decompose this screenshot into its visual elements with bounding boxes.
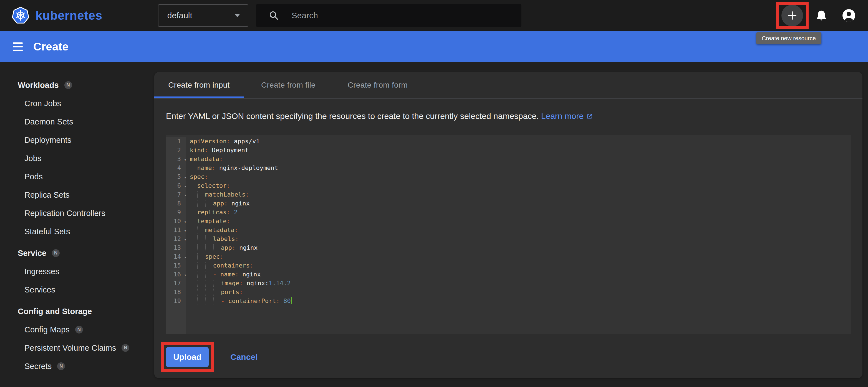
namespace-selector[interactable]: default [158,4,248,27]
search-bar[interactable] [256,4,521,27]
code-line[interactable]: 13 app: nginx [166,243,851,252]
sidebar-section-label: Workloads [18,81,59,90]
code-line[interactable]: 15 containers: [166,261,851,270]
fold-chevron-down-icon[interactable]: ▾ [184,155,186,164]
fold-chevron-down-icon[interactable]: ▾ [184,235,186,244]
sidebar-item-daemon-sets[interactable]: Daemon Sets [18,112,154,131]
sidebar-item-label: Deployments [24,136,71,145]
line-number: 9 [166,208,186,217]
sidebar-section: WorkloadsNCron JobsDaemon SetsDeployment… [18,76,154,241]
create-new-resource-button[interactable] [781,5,803,26]
code-line[interactable]: 16▾ - name: nginx [166,270,851,279]
fold-chevron-down-icon[interactable]: ▾ [184,191,186,200]
namespace-badge: N [64,81,72,89]
namespace-badge: N [75,326,83,333]
code-line[interactable]: 2kind: Deployment [166,146,851,155]
sidebar-section-header: ServiceN [18,244,154,262]
kubernetes-dashboard: kubernetes default [0,0,868,387]
sidebar-item-label: Jobs [24,154,41,163]
upload-button[interactable]: Upload [166,347,209,367]
namespace-badge: N [52,249,60,257]
sidebar-item-label: Cron Jobs [24,99,61,108]
sidebar-item-label: Persistent Volume Claims [24,344,116,353]
sidebar-item-persistent-volume-claims[interactable]: Persistent Volume ClaimsN [18,339,154,357]
notifications-button[interactable] [815,9,828,22]
line-number: 12▾ [166,235,186,243]
line-number: 6▾ [166,181,186,190]
code-line[interactable]: 11▾ metadata: [166,226,851,235]
tab-create-from-file[interactable]: Create from file [244,72,333,98]
fold-chevron-down-icon[interactable]: ▾ [184,217,186,226]
hamburger-menu-button[interactable] [13,41,23,52]
sidebar-item-stateful-sets[interactable]: Stateful Sets [18,222,154,241]
code-line[interactable]: 19 - containerPort: 80 [166,296,851,306]
sidebar-item-ingresses[interactable]: Ingresses [18,262,154,281]
line-number: 13 [166,243,186,252]
code-line[interactable]: 3▾metadata: [166,155,851,164]
code-line[interactable]: 10▾ template: [166,217,851,226]
line-number: 18 [166,288,186,296]
code-text: - containerPort: 80 [186,296,292,306]
fold-chevron-down-icon[interactable]: ▾ [184,253,186,262]
sidebar-item-secrets[interactable]: SecretsN [18,357,154,375]
code-line[interactable]: 17 image: nginx:1.14.2 [166,279,851,288]
cancel-button[interactable]: Cancel [227,352,261,362]
sidebar-item-pods[interactable]: Pods [18,168,154,186]
line-number: 11▾ [166,226,186,235]
code-line[interactable]: 12▾ labels: [166,235,851,243]
sidebar-item-jobs[interactable]: Jobs [18,149,154,168]
sidebar-item-replica-sets[interactable]: Replica Sets [18,186,154,204]
description-text: Enter YAML or JSON content specifying th… [154,99,863,135]
code-text: matchLabels: [186,190,249,199]
code-line[interactable]: 1apiVersion: apps/v1 [166,137,851,146]
sidebar-section-label: Service [18,249,46,258]
code-text: metadata: [186,155,223,164]
code-text: name: nginx-deployment [186,164,278,172]
sidebar-item-replication-controllers[interactable]: Replication Controllers [18,204,154,222]
search-input[interactable] [290,10,504,21]
learn-more-link[interactable]: Learn more [541,111,593,120]
namespace-value: default [167,11,192,20]
fold-chevron-down-icon[interactable]: ▾ [184,226,186,235]
external-link-icon [586,113,593,120]
code-text: apiVersion: apps/v1 [186,137,260,146]
kubernetes-logo-icon [11,6,30,25]
line-number: 5▾ [166,172,186,181]
account-button[interactable] [842,9,856,23]
code-line[interactable]: 5▾spec: [166,172,851,181]
code-line[interactable]: 9 replicas: 2 [166,208,851,217]
code-line[interactable]: 6▾ selector: [166,181,851,190]
code-text: labels: [186,235,239,243]
line-number: 14▾ [166,252,186,261]
sidebar-item-config-maps[interactable]: Config MapsN [18,320,154,339]
tab-create-from-form[interactable]: Create from form [333,72,422,98]
brand[interactable]: kubernetes [11,6,102,25]
namespace-badge: N [122,344,129,352]
upload-button-highlight: Upload [161,342,214,372]
fold-chevron-down-icon[interactable]: ▾ [184,271,186,279]
yaml-editor[interactable]: 1apiVersion: apps/v12kind: Deployment3▾m… [166,135,851,334]
code-line[interactable]: 14▾ spec: [166,252,851,261]
tab-create-from-input[interactable]: Create from input [154,72,244,98]
code-text: template: [186,217,230,226]
sidebar-item-services[interactable]: Services [18,281,154,299]
code-line[interactable]: 4 name: nginx-deployment [166,164,851,172]
line-number: 2 [166,146,186,155]
sidebar-item-cron-jobs[interactable]: Cron Jobs [18,94,154,112]
code-line[interactable]: 18 ports: [166,288,851,296]
code-text: app: nginx [186,199,250,208]
line-number: 3▾ [166,155,186,164]
code-line[interactable]: 8 app: nginx [166,199,851,208]
sidebar-item-label: Ingresses [24,267,59,276]
sidebar-item-label: Replication Controllers [24,209,105,218]
code-text: spec: [186,252,223,261]
sidebar-item-deployments[interactable]: Deployments [18,131,154,149]
sidebar-section: Config and StorageConfig MapsNPersistent… [18,302,154,375]
code-text: kind: Deployment [186,146,249,155]
code-line[interactable]: 7▾ matchLabels: [166,190,851,199]
fold-chevron-down-icon[interactable]: ▾ [184,182,186,191]
page-title: Create [33,40,68,53]
sidebar-item-label: Config Maps [24,325,70,334]
fold-chevron-down-icon[interactable]: ▾ [184,173,186,182]
code-text: spec: [186,172,208,181]
